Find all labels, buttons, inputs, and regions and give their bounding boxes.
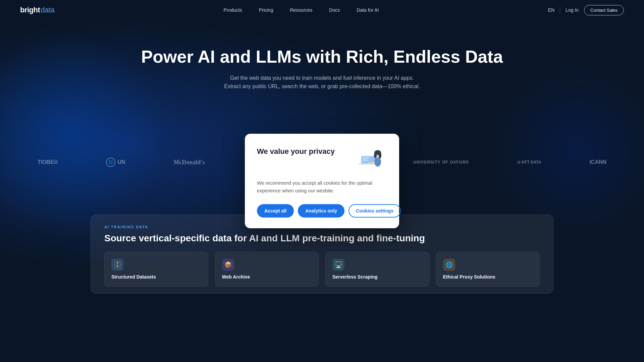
privacy-modal: We value your privacy xyxy=(245,134,399,228)
cookies-settings-button[interactable]: Cookies settings xyxy=(348,204,401,218)
modal-body-text: We recommend you accept all cookies for … xyxy=(257,179,387,195)
svg-rect-5 xyxy=(363,160,368,161)
svg-point-9 xyxy=(374,152,377,158)
svg-rect-3 xyxy=(363,158,369,158)
modal-title: We value your privacy xyxy=(257,147,348,156)
modal-overlay: We value your privacy xyxy=(0,0,644,362)
accept-all-button[interactable]: Accept all xyxy=(257,204,294,218)
svg-point-10 xyxy=(379,152,381,159)
svg-rect-4 xyxy=(363,159,367,160)
modal-actions: Accept all Analytics only Cookies settin… xyxy=(257,204,387,218)
analytics-only-button[interactable]: Analytics only xyxy=(298,204,344,218)
svg-point-6 xyxy=(374,157,381,167)
modal-header: We value your privacy xyxy=(257,146,387,173)
modal-illustration xyxy=(354,146,387,173)
